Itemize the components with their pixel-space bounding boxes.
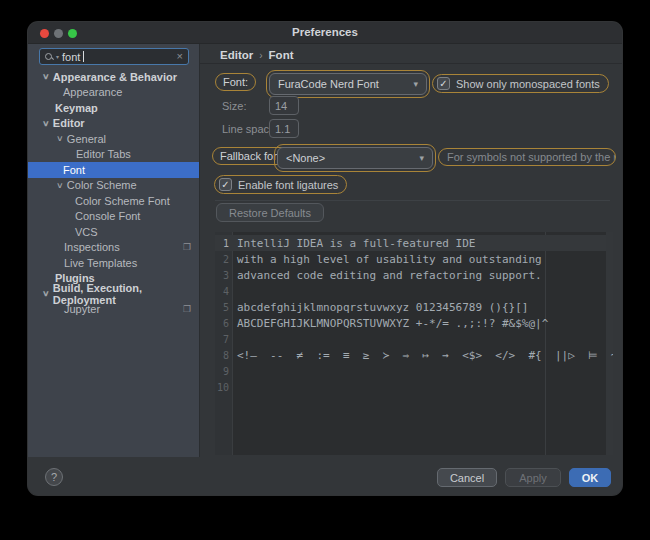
chevron-down-icon[interactable]: ∨ [56, 134, 64, 143]
sidebar-item-live-templates[interactable]: Live Templates [28, 255, 199, 271]
sidebar-item-label: Editor Tabs [76, 148, 131, 160]
dialog-footer: ? Cancel Apply OK [28, 457, 622, 495]
sidebar-item-label: VCS [75, 226, 98, 238]
ide-config-icon: ❐ [183, 304, 191, 314]
font-settings-panel: Editor › Font Font: FuraCode Nerd Font ▾… [200, 44, 622, 457]
sidebar-item-general[interactable]: ∨ General [28, 131, 199, 147]
sidebar-item-color-scheme-font[interactable]: Color Scheme Font [28, 193, 199, 209]
breadcrumb: Editor › Font [220, 47, 293, 63]
header-divider [200, 63, 622, 64]
checkbox-check-icon[interactable]: ✓ [219, 178, 232, 191]
preview-line: 4 [215, 283, 606, 299]
ok-button[interactable]: OK [569, 468, 611, 487]
text-caret [83, 51, 84, 62]
line-number: 4 [215, 286, 229, 297]
line-number: 2 [215, 254, 229, 265]
sidebar-item-inspections[interactable]: Inspections ❐ [28, 240, 199, 256]
sidebar-item-appearance[interactable]: Appearance [28, 85, 199, 101]
ide-config-icon: ❐ [183, 242, 191, 252]
chevron-down-icon[interactable]: ∨ [42, 119, 50, 128]
preview-line: 8 <!— -- ≠ := ≡ ≥ ≻ ⇒ ↦ → <$> </> #{ ||▷… [215, 347, 606, 363]
font-label: Font: [215, 73, 256, 91]
search-icon [45, 53, 53, 61]
preview-line: 10 [215, 379, 606, 395]
sidebar-item-appearance-behavior[interactable]: ∨ Appearance & Behavior [28, 69, 199, 85]
sidebar-item-label: Appearance & Behavior [53, 71, 177, 83]
help-button[interactable]: ? [45, 468, 63, 486]
search-value: font [62, 51, 80, 63]
chevron-down-icon: ▾ [419, 153, 424, 163]
sidebar-item-font[interactable]: Font [28, 162, 199, 178]
checkbox-check-icon[interactable]: ✓ [437, 77, 450, 90]
chevron-down-icon[interactable]: ∨ [56, 181, 64, 190]
breadcrumb-section[interactable]: Editor [220, 49, 253, 61]
title-bar: Preferences [28, 22, 622, 44]
chevron-down-icon[interactable]: ∨ [42, 72, 50, 81]
sidebar-item-label: Console Font [75, 210, 140, 222]
search-options-chevron-icon[interactable]: ▾ [56, 54, 59, 60]
sidebar-item-label: Color Scheme [67, 179, 137, 191]
sidebar-item-label: Live Templates [64, 257, 137, 269]
clear-search-icon[interactable]: × [177, 51, 183, 62]
preview-line: 9 [215, 363, 606, 379]
breadcrumb-page: Font [269, 49, 294, 61]
chevron-down-icon[interactable]: ∨ [42, 289, 50, 298]
line-number: 8 [215, 350, 229, 361]
fallback-font-value: <None> [286, 152, 325, 164]
preferences-window: Preferences ▾ font × ∨ Appearance & Beha… [28, 22, 622, 495]
size-label: Size: [222, 100, 246, 112]
sidebar-item-label: Font [63, 164, 85, 176]
sidebar-item-label: Keymap [55, 102, 98, 114]
editor-scrollbar[interactable] [606, 232, 613, 455]
fallback-font-select[interactable]: <None> ▾ [277, 147, 433, 169]
sidebar-item-editor-tabs[interactable]: Editor Tabs [28, 147, 199, 163]
sidebar-item-label: Inspections [64, 241, 120, 253]
sidebar-item-label: Appearance [63, 86, 122, 98]
sidebar-item-console-font[interactable]: Console Font [28, 209, 199, 225]
line-number: 6 [215, 318, 229, 329]
line-number: 10 [215, 382, 229, 393]
preview-line: 3 advanced code editing and refactoring … [215, 267, 606, 283]
sidebar-item-label: Color Scheme Font [75, 195, 170, 207]
preview-line: 1 IntelliJ IDEA is a full-featured IDE [215, 235, 606, 251]
section-divider [215, 200, 610, 201]
font-family-select[interactable]: FuraCode Nerd Font ▾ [269, 73, 427, 95]
sidebar-item-label: Editor [53, 117, 85, 129]
sidebar-item-label: Build, Execution, Deployment [53, 282, 199, 306]
sidebar-item-keymap[interactable]: Keymap [28, 100, 199, 116]
font-family-value: FuraCode Nerd Font [278, 78, 379, 90]
line-number: 3 [215, 270, 229, 281]
sidebar-item-label: General [67, 133, 106, 145]
cancel-button[interactable]: Cancel [437, 468, 497, 487]
preview-lines: 1 IntelliJ IDEA is a full-featured IDE 2… [215, 235, 606, 395]
sidebar-item-build-execution-deployment[interactable]: ∨ Build, Execution, Deployment [28, 286, 199, 302]
restore-defaults-button[interactable]: Restore Defaults [216, 203, 324, 222]
font-preview-editor: 1 IntelliJ IDEA is a full-featured IDE 2… [215, 232, 613, 455]
size-input[interactable]: 14 [269, 96, 299, 115]
apply-button[interactable]: Apply [505, 468, 561, 487]
sidebar-item-vcs[interactable]: VCS [28, 224, 199, 240]
line-number: 1 [215, 238, 229, 249]
line-number: 5 [215, 302, 229, 313]
preview-line: 5 abcdefghijklmnopqrstuvwxyz 0123456789 … [215, 299, 606, 315]
sidebar-item-color-scheme[interactable]: ∨ Color Scheme [28, 178, 199, 194]
monospaced-only-checkbox[interactable]: ✓ Show only monospaced fonts [432, 74, 609, 93]
window-title: Preferences [28, 26, 622, 38]
search-input[interactable]: ▾ font × [39, 48, 189, 65]
preview-line: 6 ABCDEFGHIJKLMNOPQRSTUVWXYZ +-*/= .,;:!… [215, 315, 606, 331]
chevron-down-icon: ▾ [413, 79, 418, 89]
preview-line: 7 [215, 331, 606, 347]
settings-tree: ∨ Appearance & Behavior Appearance Keyma… [28, 69, 199, 317]
preview-line: 2 with a high level of usability and out… [215, 251, 606, 267]
settings-sidebar: ▾ font × ∨ Appearance & Behavior Appeara… [28, 44, 200, 457]
enable-ligatures-checkbox[interactable]: ✓ Enable font ligatures [214, 175, 347, 194]
line-number: 7 [215, 334, 229, 345]
sidebar-item-label: Jupyter [64, 303, 100, 315]
breadcrumb-separator: › [259, 50, 262, 61]
line-number: 9 [215, 366, 229, 377]
line-spacing-input[interactable]: 1.1 [269, 119, 299, 138]
sidebar-item-editor[interactable]: ∨ Editor [28, 116, 199, 132]
fallback-hint: For symbols not supported by the main fo… [438, 148, 616, 166]
